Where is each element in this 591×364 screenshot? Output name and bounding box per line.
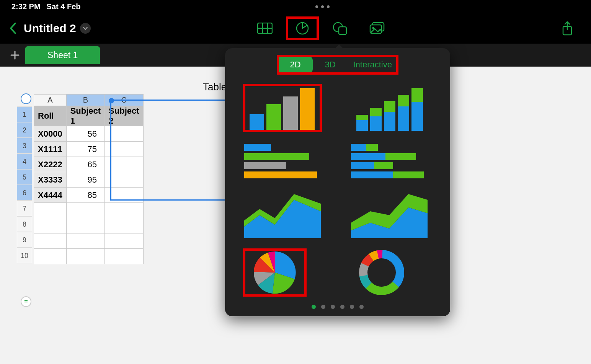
table-row: X3333 95	[34, 172, 144, 188]
table-row	[34, 218, 144, 233]
svg-point-9	[372, 27, 374, 29]
row-number[interactable]: 2	[17, 122, 32, 138]
table-title: Table	[203, 81, 227, 93]
cell[interactable]: X4444	[34, 188, 67, 203]
svg-rect-36	[351, 162, 374, 169]
row-number[interactable]: 7	[17, 201, 32, 216]
pager-dot[interactable]	[359, 305, 364, 309]
cell[interactable]: 65	[66, 157, 104, 172]
chart-tile-stacked-area[interactable]	[351, 192, 428, 238]
status-date: Sat 4 Feb	[47, 2, 81, 11]
cell[interactable]: Subject 2	[105, 106, 143, 126]
svg-rect-17	[300, 88, 315, 131]
title-chevron-down-icon[interactable]	[80, 23, 91, 34]
svg-rect-27	[411, 88, 423, 102]
cell[interactable]: 95	[66, 172, 104, 188]
table[interactable]: A B C Roll Subject 1 Subject 2 X0000 56 …	[34, 94, 144, 264]
cell[interactable]: X2222	[34, 157, 67, 172]
cell[interactable]: X0000	[34, 126, 67, 142]
table-row	[34, 203, 144, 218]
chart-tile-pie[interactable]	[244, 250, 305, 295]
cell[interactable]: X3333	[34, 172, 67, 188]
chart-tile-stacked-bar[interactable]	[351, 85, 428, 131]
insert-shape-button[interactable]	[325, 18, 355, 39]
row-number[interactable]: 4	[17, 153, 32, 169]
svg-rect-25	[398, 95, 409, 106]
segment-2d[interactable]: 2D	[278, 56, 313, 73]
svg-rect-21	[370, 108, 382, 116]
cell[interactable]: Subject 1	[66, 106, 104, 126]
svg-rect-15	[266, 104, 281, 131]
svg-rect-32	[351, 144, 366, 151]
table-select-handle[interactable]	[21, 93, 31, 104]
table-row	[34, 233, 144, 249]
cell[interactable]	[105, 172, 143, 188]
cell[interactable]: X1111	[34, 142, 67, 157]
cell[interactable]	[105, 126, 143, 142]
document-title[interactable]: Untitled 2	[24, 22, 91, 35]
pager-dot[interactable]	[331, 305, 335, 309]
status-time: 2:32 PM	[11, 2, 41, 11]
pager-dot[interactable]	[350, 305, 354, 309]
column-header[interactable]: C	[105, 95, 143, 106]
row-number[interactable]: 5	[17, 169, 32, 185]
cell[interactable]: 85	[66, 188, 104, 203]
chart-tile-area[interactable]	[244, 192, 321, 238]
pager-dot[interactable]	[340, 305, 344, 309]
cell[interactable]: Roll	[34, 106, 67, 126]
svg-rect-16	[283, 96, 298, 131]
table-row: X4444 85	[34, 188, 144, 203]
svg-rect-39	[393, 171, 424, 178]
insert-media-button[interactable]	[362, 18, 393, 39]
toolbar: Untitled 2	[0, 13, 591, 44]
chart-tile-donut[interactable]	[351, 250, 412, 295]
row-number[interactable]: 9	[17, 232, 32, 248]
row-number[interactable]: 3	[17, 138, 32, 153]
column-header[interactable]: B	[66, 95, 104, 106]
cell[interactable]	[105, 142, 143, 157]
column-header[interactable]: A	[34, 95, 67, 106]
table-row: Roll Subject 1 Subject 2	[34, 106, 144, 126]
svg-rect-34	[351, 153, 385, 160]
multitask-dots-icon[interactable]	[315, 5, 330, 8]
table-row	[34, 249, 144, 264]
pager-dot[interactable]	[312, 305, 316, 309]
chart-tile-horizontal-stacked-bar[interactable]	[351, 142, 428, 181]
table-row: X1111 75	[34, 142, 144, 157]
svg-rect-23	[384, 101, 395, 112]
row-number[interactable]: 6	[17, 185, 32, 201]
svg-rect-33	[366, 144, 378, 151]
svg-rect-6	[339, 27, 346, 34]
formula-button[interactable]: =	[21, 296, 31, 307]
chart-tile-bar[interactable]	[244, 85, 321, 131]
svg-rect-22	[384, 112, 395, 131]
svg-rect-28	[244, 144, 271, 151]
svg-rect-14	[250, 114, 264, 131]
segment-3d[interactable]: 3D	[313, 56, 348, 73]
row-number[interactable]: 8	[17, 216, 32, 232]
row-number[interactable]: 10	[17, 248, 32, 263]
popover-pager[interactable]	[233, 305, 442, 309]
svg-rect-26	[411, 102, 423, 131]
svg-rect-18	[356, 120, 368, 131]
add-sheet-button[interactable]	[5, 46, 25, 64]
pager-dot[interactable]	[321, 305, 325, 309]
cell[interactable]: 56	[66, 126, 104, 142]
table-row: X2222 65	[34, 157, 144, 172]
back-button[interactable]	[8, 22, 17, 35]
svg-rect-37	[374, 162, 393, 169]
cell[interactable]: 75	[66, 142, 104, 157]
insert-chart-button[interactable]	[287, 18, 318, 39]
share-button[interactable]	[552, 18, 583, 39]
svg-rect-31	[244, 171, 317, 178]
chart-dimension-segmented-control: 2D 3D Interactive	[278, 56, 397, 73]
insert-table-button[interactable]	[250, 18, 280, 39]
svg-rect-24	[398, 106, 409, 131]
segment-interactive[interactable]: Interactive	[348, 56, 398, 73]
row-number[interactable]: 1	[17, 106, 32, 122]
chart-tile-horizontal-bar[interactable]	[244, 142, 321, 181]
status-bar: 2:32 PM Sat 4 Feb	[0, 0, 591, 13]
cell[interactable]	[105, 157, 143, 172]
cell[interactable]	[105, 188, 143, 203]
sheet-tab[interactable]: Sheet 1	[25, 46, 100, 64]
